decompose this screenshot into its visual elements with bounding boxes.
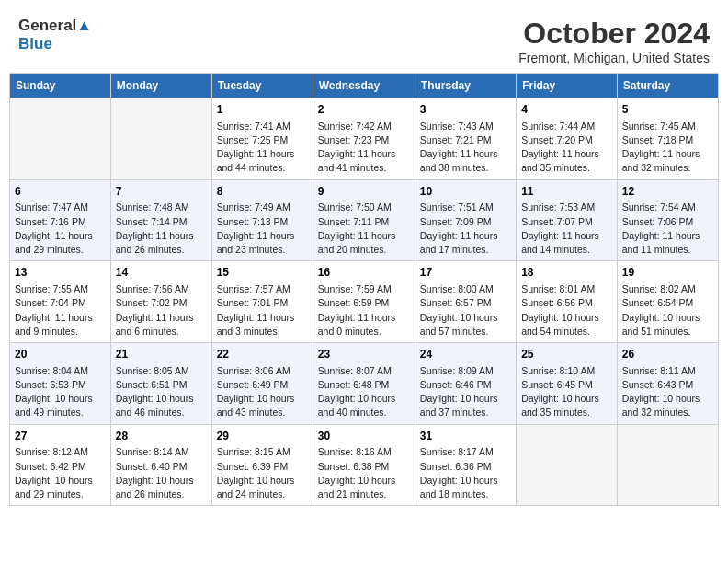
day-info: Sunrise: 7:41 AM Sunset: 7:25 PM Dayligh… [217,120,308,176]
day-number: 2 [318,102,410,118]
day-info: Sunrise: 8:15 AM Sunset: 6:39 PM Dayligh… [217,445,308,501]
table-row: 30Sunrise: 8:16 AM Sunset: 6:38 PM Dayli… [313,424,415,506]
day-info: Sunrise: 8:04 AM Sunset: 6:53 PM Dayligh… [15,364,106,420]
day-info: Sunrise: 8:17 AM Sunset: 6:36 PM Dayligh… [420,445,511,501]
table-row [617,424,718,506]
day-info: Sunrise: 7:51 AM Sunset: 7:09 PM Dayligh… [420,201,511,257]
table-row: 26Sunrise: 8:11 AM Sunset: 6:43 PM Dayli… [617,343,718,425]
day-number: 31 [420,429,511,444]
calendar-table: Sunday Monday Tuesday Wednesday Thursday… [9,73,719,506]
table-row: 22Sunrise: 8:06 AM Sunset: 6:49 PM Dayli… [211,343,313,425]
day-info: Sunrise: 7:57 AM Sunset: 7:01 PM Dayligh… [217,282,308,339]
day-info: Sunrise: 8:05 AM Sunset: 6:51 PM Dayligh… [116,364,207,420]
header-thursday: Thursday [415,74,516,98]
header-monday: Monday [110,74,211,98]
table-row: 7Sunrise: 7:48 AM Sunset: 7:14 PM Daylig… [110,179,211,261]
day-info: Sunrise: 7:54 AM Sunset: 7:06 PM Dayligh… [622,201,713,257]
day-info: Sunrise: 7:48 AM Sunset: 7:14 PM Dayligh… [116,201,207,257]
header-friday: Friday [517,74,618,98]
day-info: Sunrise: 8:16 AM Sunset: 6:38 PM Dayligh… [318,445,410,501]
day-info: Sunrise: 7:50 AM Sunset: 7:11 PM Dayligh… [318,201,410,257]
day-number: 24 [420,347,511,362]
day-info: Sunrise: 7:43 AM Sunset: 7:21 PM Dayligh… [420,120,511,176]
header-wednesday: Wednesday [313,74,415,98]
table-row: 24Sunrise: 8:09 AM Sunset: 6:46 PM Dayli… [415,343,516,425]
day-info: Sunrise: 7:56 AM Sunset: 7:02 PM Dayligh… [116,282,207,339]
table-row: 4Sunrise: 7:44 AM Sunset: 7:20 PM Daylig… [517,98,618,180]
table-row: 14Sunrise: 7:56 AM Sunset: 7:02 PM Dayli… [110,261,211,343]
day-number: 29 [217,429,308,444]
table-row: 31Sunrise: 8:17 AM Sunset: 6:36 PM Dayli… [415,424,516,506]
table-row: 10Sunrise: 7:51 AM Sunset: 7:09 PM Dayli… [415,179,516,261]
page-header: General▲ Blue October 2024 Fremont, Mich… [9,9,719,69]
table-row [110,98,211,180]
logo-line1: General▲ [18,17,92,35]
table-row: 20Sunrise: 8:04 AM Sunset: 6:53 PM Dayli… [10,343,111,425]
table-row: 6Sunrise: 7:47 AM Sunset: 7:16 PM Daylig… [10,179,111,261]
table-row: 11Sunrise: 7:53 AM Sunset: 7:07 PM Dayli… [517,179,618,261]
header-saturday: Saturday [617,74,718,98]
day-number: 15 [217,265,308,281]
day-info: Sunrise: 7:59 AM Sunset: 6:59 PM Dayligh… [318,282,410,339]
table-row [517,424,618,506]
day-info: Sunrise: 7:49 AM Sunset: 7:13 PM Dayligh… [217,201,308,257]
table-row: 29Sunrise: 8:15 AM Sunset: 6:39 PM Dayli… [211,424,313,506]
table-row: 25Sunrise: 8:10 AM Sunset: 6:45 PM Dayli… [517,343,618,425]
day-info: Sunrise: 8:11 AM Sunset: 6:43 PM Dayligh… [622,364,713,420]
logo: General▲ Blue [18,17,92,52]
table-row: 19Sunrise: 8:02 AM Sunset: 6:54 PM Dayli… [617,261,718,343]
day-info: Sunrise: 8:00 AM Sunset: 6:57 PM Dayligh… [420,282,511,339]
table-row: 18Sunrise: 8:01 AM Sunset: 6:56 PM Dayli… [517,261,618,343]
day-number: 5 [622,102,713,118]
day-number: 25 [521,347,612,362]
calendar-header-row: Sunday Monday Tuesday Wednesday Thursday… [10,74,719,98]
day-number: 27 [15,429,106,444]
calendar-week-row: 20Sunrise: 8:04 AM Sunset: 6:53 PM Dayli… [10,343,719,425]
table-row: 3Sunrise: 7:43 AM Sunset: 7:21 PM Daylig… [415,98,516,180]
day-number: 17 [420,265,511,281]
day-number: 28 [116,429,207,444]
day-number: 13 [15,265,106,281]
day-number: 8 [217,184,308,200]
day-info: Sunrise: 7:42 AM Sunset: 7:23 PM Dayligh… [318,120,410,176]
month-title: October 2024 [518,17,710,51]
table-row: 23Sunrise: 8:07 AM Sunset: 6:48 PM Dayli… [313,343,415,425]
day-number: 22 [217,347,308,362]
table-row: 16Sunrise: 7:59 AM Sunset: 6:59 PM Dayli… [313,261,415,343]
day-info: Sunrise: 7:53 AM Sunset: 7:07 PM Dayligh… [521,201,612,257]
day-info: Sunrise: 8:12 AM Sunset: 6:42 PM Dayligh… [15,445,106,501]
day-info: Sunrise: 8:07 AM Sunset: 6:48 PM Dayligh… [318,364,410,420]
day-info: Sunrise: 7:55 AM Sunset: 7:04 PM Dayligh… [15,282,106,339]
logo-line2: Blue [18,35,92,53]
day-info: Sunrise: 8:01 AM Sunset: 6:56 PM Dayligh… [521,282,612,339]
day-number: 7 [116,184,207,200]
day-number: 11 [521,184,612,200]
day-number: 19 [622,265,713,281]
day-number: 21 [116,347,207,362]
day-number: 26 [622,347,713,362]
day-number: 10 [420,184,511,200]
day-number: 30 [318,429,410,444]
table-row: 5Sunrise: 7:45 AM Sunset: 7:18 PM Daylig… [617,98,718,180]
day-number: 14 [116,265,207,281]
calendar-week-row: 1Sunrise: 7:41 AM Sunset: 7:25 PM Daylig… [10,98,719,180]
calendar-week-row: 13Sunrise: 7:55 AM Sunset: 7:04 PM Dayli… [10,261,719,343]
table-row: 27Sunrise: 8:12 AM Sunset: 6:42 PM Dayli… [10,424,111,506]
day-number: 12 [622,184,713,200]
day-number: 6 [15,184,106,200]
table-row [10,98,111,180]
header-tuesday: Tuesday [211,74,313,98]
day-number: 23 [318,347,410,362]
day-info: Sunrise: 7:47 AM Sunset: 7:16 PM Dayligh… [15,201,106,257]
table-row: 8Sunrise: 7:49 AM Sunset: 7:13 PM Daylig… [211,179,313,261]
day-number: 16 [318,265,410,281]
table-row: 21Sunrise: 8:05 AM Sunset: 6:51 PM Dayli… [110,343,211,425]
day-info: Sunrise: 8:09 AM Sunset: 6:46 PM Dayligh… [420,364,511,420]
day-number: 4 [521,102,612,118]
day-info: Sunrise: 7:45 AM Sunset: 7:18 PM Dayligh… [622,120,713,176]
day-number: 9 [318,184,410,200]
day-info: Sunrise: 8:14 AM Sunset: 6:40 PM Dayligh… [116,445,207,501]
calendar-week-row: 6Sunrise: 7:47 AM Sunset: 7:16 PM Daylig… [10,179,719,261]
day-number: 3 [420,102,511,118]
table-row: 28Sunrise: 8:14 AM Sunset: 6:40 PM Dayli… [110,424,211,506]
